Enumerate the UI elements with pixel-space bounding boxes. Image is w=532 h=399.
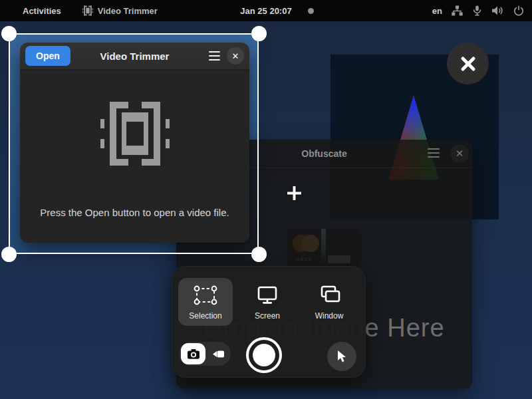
screencast-icon (212, 350, 225, 358)
selection-mode-icon (192, 284, 219, 307)
mode-label: Window (315, 311, 344, 321)
capture-button-inner (253, 344, 275, 366)
camera-icon (187, 348, 200, 360)
activities-button[interactable]: Activities (19, 5, 65, 17)
mode-label: Selection (189, 311, 221, 321)
empty-state-text: Press the Open button to open a video fi… (40, 207, 229, 218)
power-icon[interactable] (513, 5, 524, 16)
volume-icon[interactable] (491, 5, 504, 16)
capture-type-toggle[interactable] (179, 342, 231, 366)
selection-handle-top-right[interactable] (251, 26, 267, 41)
keyboard-layout-indicator[interactable]: en (432, 6, 442, 16)
mode-selection-button[interactable]: Selection (178, 278, 233, 326)
video-mode-segment[interactable] (205, 350, 231, 358)
selection-handle-bottom-right[interactable] (251, 247, 267, 262)
screenshot-panel: Selection Screen Window (172, 266, 366, 378)
window-mode-icon (316, 284, 342, 307)
clock[interactable]: Jan 25 20:07 (240, 6, 291, 16)
menu-icon[interactable] (428, 148, 440, 158)
cancel-screenshot-button[interactable] (447, 43, 489, 84)
open-button[interactable]: Open (25, 46, 70, 66)
trimmer-empty-state: Press the Open button to open a video fi… (20, 70, 249, 243)
focused-app-indicator[interactable]: Video Trimmer (82, 5, 158, 16)
microphone-icon[interactable] (472, 5, 482, 16)
show-pointer-toggle[interactable] (327, 342, 356, 371)
close-icon[interactable]: ✕ (450, 144, 469, 163)
selection-handle-bottom-left[interactable] (1, 247, 17, 262)
screen-mode-icon (254, 284, 281, 307)
menu-icon[interactable] (209, 51, 220, 61)
mode-window-button[interactable]: Window (302, 278, 356, 326)
mode-screen-button[interactable]: Screen (240, 278, 295, 326)
close-x-icon (460, 55, 477, 72)
photo-mode-segment[interactable] (181, 343, 205, 364)
video-trimmer-app-icon (82, 5, 93, 16)
trimmer-headerbar: Open Video Trimmer ✕ (20, 43, 249, 70)
top-bar: Activities Video Trimmer Jan 25 20:07 en (0, 0, 532, 21)
close-icon[interactable]: ✕ (227, 47, 244, 65)
video-trimmer-logo-icon (100, 99, 170, 168)
focused-app-title: Video Trimmer (98, 6, 158, 16)
video-trimmer-window[interactable]: Open Video Trimmer ✕ Press the Open butt… (20, 43, 249, 242)
mode-label: Screen (255, 311, 280, 321)
network-icon[interactable] (452, 5, 463, 16)
record-indicator-dot (308, 8, 314, 14)
capture-button[interactable] (246, 337, 282, 373)
pointer-cursor-icon (336, 350, 348, 363)
desktop: uA29 Obfuscate ✕ Drop an Image Here Open… (0, 0, 532, 399)
selection-handle-top-left[interactable] (1, 26, 17, 41)
